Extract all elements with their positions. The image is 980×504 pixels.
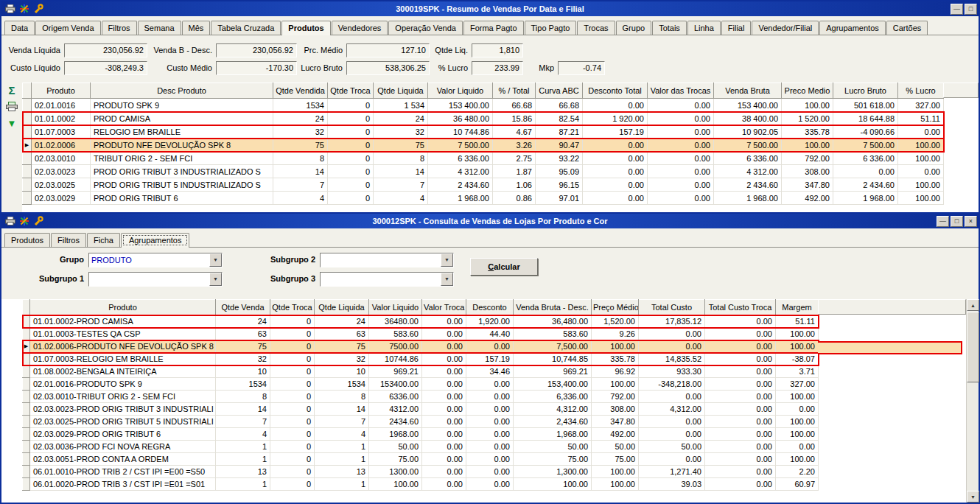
minimize-button[interactable]: —	[937, 216, 949, 227]
scroll-down-icon[interactable]: ▼	[967, 491, 979, 503]
table-row[interactable]: 02.03.0023-PROD ORIG TRIBUT 3 INDUSTRIAL…	[23, 403, 819, 416]
table-row[interactable]: 01.01.0002-PROD CAMISA2402436480.000.001…	[23, 315, 819, 328]
table-row[interactable]: 02.01.0016PRODUTO SPK 9153401 534153 400…	[23, 99, 944, 112]
tab-grupo[interactable]: Grupo	[616, 21, 652, 35]
print-grid-icon[interactable]	[6, 102, 18, 113]
tab-tipo-pagto[interactable]: Tipo Pagto	[525, 21, 577, 35]
table-row[interactable]: 01.07.0003-RELOGIO EM BRAILLE3203210744.…	[23, 353, 819, 365]
table-row[interactable]: 02.03.0036-PROD FCI NOVA REGRA10150.000.…	[23, 441, 819, 453]
wrench-icon[interactable]	[32, 216, 44, 226]
table-row[interactable]: 01.01.0003-TESTES QA CSP63063583.600.004…	[23, 328, 819, 340]
column-header[interactable]: Venda Bruta - Desc.	[514, 300, 592, 315]
column-header[interactable]: Desconto Total	[583, 83, 648, 99]
column-header[interactable]: Lucro Bruto	[833, 83, 898, 99]
calcular-button[interactable]: Calcular	[470, 258, 538, 276]
tab-m-s[interactable]: Mês	[182, 21, 211, 35]
tab-trocas[interactable]: Trocas	[577, 21, 615, 35]
tab-data[interactable]: Data	[4, 21, 35, 35]
tab-tabela-cruzada[interactable]: Tabela Cruzada	[211, 21, 281, 35]
subgrupo1-select[interactable]: ▼	[88, 272, 223, 287]
maximize-button[interactable]: □	[965, 4, 977, 15]
vertical-scrollbar[interactable]: ▲ ▼	[966, 299, 979, 503]
tab-totais[interactable]: Totais	[652, 21, 687, 35]
table-row[interactable]: 01.08.0002-BENGALA INTEIRIÇA10010969.210…	[23, 365, 819, 378]
column-header[interactable]: Produto	[30, 300, 216, 315]
chevron-down-icon[interactable]: ▼	[209, 253, 222, 267]
close-button[interactable]: ×	[965, 216, 977, 227]
table-row[interactable]: 02.03.0023PROD ORIG TRIBUT 3 INDUSTRIALI…	[23, 165, 944, 178]
titlebar[interactable]: 300019SPK - Resumo de Vendas Por Data e …	[1, 1, 979, 16]
subgrupo2-select[interactable]: ▼	[320, 253, 454, 267]
column-header[interactable]: Preço Médio	[592, 300, 639, 315]
scroll-up-icon[interactable]: ▲	[967, 299, 979, 311]
table-row[interactable]: ▶01.02.0006-PRODUTO NFE DEVOLUÇÃO SPK 87…	[23, 340, 819, 353]
column-header[interactable]: Desc Produto	[91, 83, 273, 99]
subgrupo3-select[interactable]: ▼	[320, 272, 454, 287]
tab-filtros[interactable]: Filtros	[102, 21, 137, 35]
column-header[interactable]: Margem	[776, 300, 819, 315]
star-settings-icon[interactable]	[18, 216, 30, 226]
tab-agrupamentos[interactable]: Agrupamentos	[121, 233, 190, 248]
column-header[interactable]: Valor Troca	[422, 300, 466, 315]
column-header[interactable]: Valor Liquido	[428, 83, 493, 99]
tab-agrupamentos[interactable]: Agrupamentos	[819, 21, 886, 35]
table-row[interactable]: 02.03.0029-PROD ORIG TRIBUT 64041968.000…	[23, 428, 819, 441]
table-row[interactable]: 02.03.0010-TRIBUT ORIG 2 - SEM FCI808633…	[23, 391, 819, 403]
column-header[interactable]: Qtde Liquida	[315, 300, 369, 315]
sum-icon[interactable]: Σ	[8, 84, 15, 97]
table-row[interactable]: 01.07.0003RELOGIO EM BRAILLE3203210 744.…	[23, 125, 944, 139]
tab-forma-pagto[interactable]: Forma Pagto	[463, 21, 524, 35]
tab-linha[interactable]: Linha	[687, 21, 721, 35]
table-row[interactable]: 06.01.0010-PROD TRIB 2 / CST IPI =E00 =S…	[23, 466, 819, 478]
column-header[interactable]: Curva ABC	[536, 83, 583, 99]
table-row[interactable]: 02.03.0051-PROD CONTA A ORDEM10175.000.0…	[23, 453, 819, 466]
print-icon[interactable]	[4, 4, 16, 14]
column-header[interactable]: Preco Medio	[782, 83, 833, 99]
table-row[interactable]: 02.03.0025-PROD ORIG TRIBUT 5 INDUSTRIAL…	[23, 416, 819, 428]
table-row[interactable]: 02.03.0025PROD ORIG TRIBUT 5 INDUSTRIALI…	[23, 178, 944, 192]
tab-semana[interactable]: Semana	[138, 21, 181, 35]
maximize-button[interactable]: □	[951, 216, 963, 227]
column-header[interactable]: Qtde Troca	[270, 300, 315, 315]
column-header[interactable]: Valor das Trocas	[648, 83, 714, 99]
scrollbar-thumb[interactable]	[967, 312, 979, 382]
grupo-select[interactable]: PRODUTO ▼	[88, 253, 223, 267]
wrench-icon[interactable]	[32, 4, 44, 14]
table-row[interactable]: ▶01.02.0006PRODUTO NFE DEVOLUÇÃO SPK 875…	[23, 139, 944, 152]
table-row[interactable]: 02.01.0016-PRODUTO SPK 9153401534153400.…	[23, 378, 819, 391]
print-icon[interactable]	[4, 216, 16, 226]
star-settings-icon[interactable]	[18, 4, 30, 14]
tab-produtos[interactable]: Produtos	[281, 21, 330, 35]
tab-origem-venda[interactable]: Origem Venda	[35, 21, 100, 35]
column-header[interactable]: Produto	[32, 83, 91, 99]
column-header[interactable]: Desconto	[466, 300, 514, 315]
column-header[interactable]: Qtde Troca	[328, 83, 374, 99]
column-header[interactable]: Qtde Liquida	[374, 83, 428, 99]
table-row[interactable]: 01.01.0002PROD CAMISA2402436 480.0015.86…	[23, 112, 944, 125]
column-header[interactable]: % Lucro	[898, 83, 944, 99]
export-down-icon[interactable]: ▼	[7, 118, 17, 129]
titlebar[interactable]: 300012SPK - Consulta de Vendas de Lojas …	[1, 214, 979, 228]
tab-ficha[interactable]: Ficha	[87, 233, 120, 247]
column-header[interactable]: Total Custo	[639, 300, 705, 315]
tab-produtos[interactable]: Produtos	[4, 233, 50, 247]
table-row[interactable]: 06.01.0020-PROD TRIB 3 / CST IPI =E01 =S…	[23, 478, 819, 491]
chevron-down-icon[interactable]: ▼	[441, 273, 453, 286]
column-header[interactable]: Qtde Venda	[216, 300, 270, 315]
chevron-down-icon[interactable]: ▼	[209, 273, 222, 286]
column-header[interactable]: Qtde Vendida	[273, 83, 328, 99]
tab-vendedores[interactable]: Vendedores	[332, 21, 388, 35]
tab-vendedor-filial[interactable]: Vendedor/Filial	[752, 21, 819, 35]
table-row[interactable]: 02.03.0029PROD ORIG TRIBUT 64041 968.000…	[23, 192, 944, 205]
tab-cart-es[interactable]: Cartões	[886, 21, 928, 35]
tab-opera-o-venda[interactable]: Operação Venda	[388, 21, 463, 35]
column-header[interactable]: Venda Bruta	[714, 83, 782, 99]
chevron-down-icon[interactable]: ▼	[441, 253, 453, 267]
column-header[interactable]: % / Total	[493, 83, 536, 99]
column-header[interactable]: Valor Liquido	[369, 300, 422, 315]
column-header[interactable]: Total Custo Troca	[705, 300, 776, 315]
minimize-button[interactable]: —	[951, 4, 963, 15]
table-row[interactable]: 02.03.0010TRIBUT ORIG 2 - SEM FCI8086 33…	[23, 152, 944, 165]
tab-filtros[interactable]: Filtros	[51, 233, 86, 247]
tab-filial[interactable]: Filial	[721, 21, 752, 35]
